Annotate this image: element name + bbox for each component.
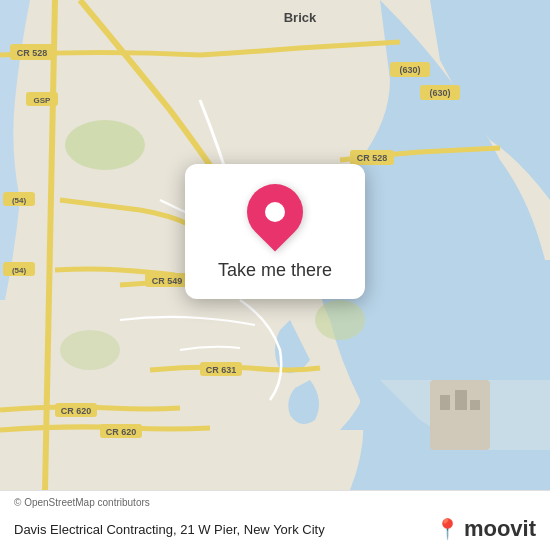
svg-point-26 — [315, 300, 365, 340]
location-card: Take me there — [185, 164, 365, 299]
svg-text:CR 620: CR 620 — [106, 427, 137, 437]
moovit-label: moovit — [464, 516, 536, 542]
svg-rect-29 — [440, 395, 450, 410]
svg-text:(630): (630) — [399, 65, 420, 75]
svg-text:(630): (630) — [429, 88, 450, 98]
svg-text:CR 528: CR 528 — [357, 153, 388, 163]
map-container[interactable]: CR 528 (54) (54) GSP (630) (630) CR 528 … — [0, 0, 550, 490]
svg-rect-31 — [470, 400, 480, 410]
take-me-there-button[interactable]: Take me there — [218, 260, 332, 281]
svg-text:CR 549: CR 549 — [152, 276, 183, 286]
svg-text:CR 631: CR 631 — [206, 365, 237, 375]
copyright-text: © OpenStreetMap contributors — [14, 497, 150, 508]
moovit-logo[interactable]: 📍 moovit — [435, 516, 536, 542]
svg-text:GSP: GSP — [34, 96, 52, 105]
location-pin-icon — [235, 172, 314, 251]
svg-rect-30 — [455, 390, 467, 410]
svg-text:(54): (54) — [12, 266, 27, 275]
svg-point-27 — [60, 330, 120, 370]
svg-point-25 — [65, 120, 145, 170]
bottom-bar: © OpenStreetMap contributors Davis Elect… — [0, 490, 550, 550]
svg-text:(54): (54) — [12, 196, 27, 205]
svg-text:Brick: Brick — [284, 10, 317, 25]
bottom-content: Davis Electrical Contracting, 21 W Pier,… — [14, 508, 536, 542]
location-title: Davis Electrical Contracting, 21 W Pier,… — [14, 522, 435, 537]
moovit-pin-icon: 📍 — [435, 517, 460, 541]
svg-text:CR 528: CR 528 — [17, 48, 48, 58]
svg-text:CR 620: CR 620 — [61, 406, 92, 416]
